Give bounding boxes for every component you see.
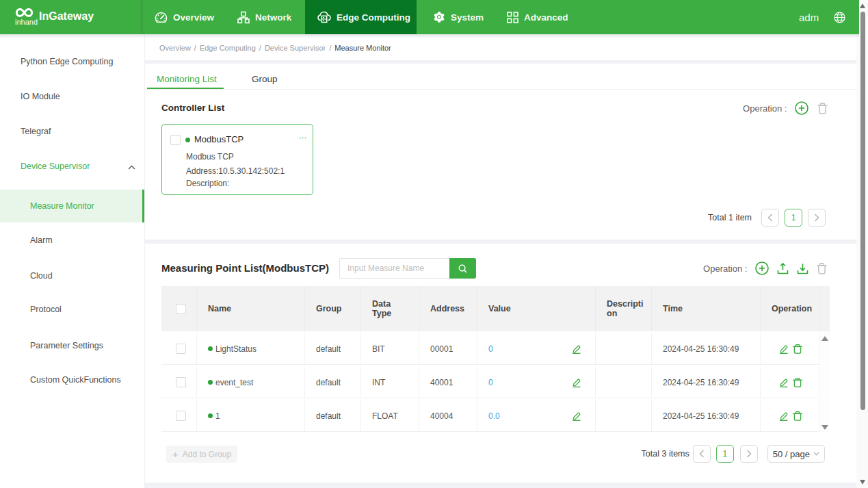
svg-text:inhand: inhand [15, 18, 38, 25]
